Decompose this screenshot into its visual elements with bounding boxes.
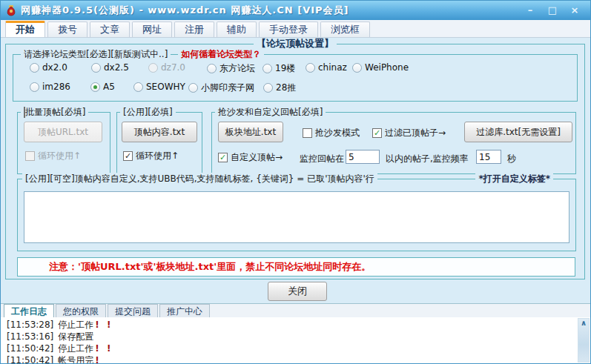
close-button[interactable]: 关闭 [268, 282, 327, 301]
batch-top-legend: 批量顶帖[必填] [21, 106, 88, 118]
filter-topped-checkbox[interactable]: 过滤已顶帖子→ [372, 127, 446, 139]
radio-chinaz[interactable]: chinaz [306, 62, 347, 73]
log-time: [11:53:28] [7, 320, 53, 330]
radio-dongfang[interactable]: 东方论坛 [207, 62, 255, 75]
tab-register[interactable]: 注册 [174, 21, 214, 37]
tab-submit-issue[interactable]: 提交问题 [108, 304, 158, 317]
main-tab-bar: 开始 拨号 文章 网址 注册 辅助 手动登录 浏览框 [1, 20, 590, 38]
log-line: [11:50:42]停止工作! ! [1, 343, 590, 354]
common-loop-checkbox[interactable]: 循环使用↑ [123, 150, 179, 162]
log-marks: ! [95, 355, 101, 363]
radio-dx20[interactable]: dx2.0 [30, 62, 67, 73]
radio-dx25[interactable]: dx2.5 [91, 62, 129, 73]
tab-urls[interactable]: 网址 [132, 21, 172, 37]
radio-circle-icon [30, 63, 39, 73]
common-legend: [公用][必填] [120, 106, 176, 118]
monitor-count-input[interactable] [346, 150, 380, 164]
log-text: 帐号用完 [58, 355, 93, 363]
tab-start[interactable]: 开始 [5, 21, 45, 37]
checkbox-unchecked-icon [303, 128, 312, 138]
log-time: [11:50:42] [7, 343, 53, 354]
checkbox-green-check-icon [218, 153, 228, 162]
log-scrollbar[interactable]: ∧ [578, 318, 590, 363]
close-icon[interactable]: × [567, 4, 583, 16]
sofa-legend: 抢沙发和自定义回帖[必填] [215, 106, 326, 118]
main-panel: 【论坛顶帖设置】 请选择论坛类型[必选][新版测试中..]如何循着论坛类型？ d… [1, 38, 590, 303]
window-title: 网赚神器0.9.5(公测版) - www.wzdr.cn 网赚达人.CN [VI… [21, 4, 522, 17]
tab-article[interactable]: 文章 [90, 21, 130, 37]
radio-circle-icon [91, 63, 101, 73]
radio-selected-icon [90, 82, 100, 92]
log-marks: ! ! [95, 343, 113, 354]
frequency-unit-label: 秒 [507, 153, 516, 165]
common-group: [公用][必填] 顶帖内容.txt 循环使用↑ [116, 112, 202, 174]
radio-circle-icon [352, 63, 362, 73]
log-lines: [11:53:28]停止工作! ! [11:53:16]保存配置 [11:50:… [1, 317, 590, 363]
sofa-mode-checkbox[interactable]: 抢沙发模式 [303, 127, 360, 139]
top-url-txt-button[interactable]: 顶帖URL.txt [24, 122, 102, 142]
log-text: 停止工作 [58, 320, 93, 330]
window-controls: – □ × [522, 4, 583, 16]
custom-top-checkbox[interactable]: 自定义顶帖→ [218, 151, 283, 164]
board-url-txt-button[interactable]: 板块地址.txt [218, 122, 283, 142]
radio-circle-icon [148, 63, 158, 73]
log-marks: ! ! [95, 320, 113, 330]
tab-your-permissions[interactable]: 您的权限 [56, 304, 106, 317]
monitor-frequency-input[interactable] [476, 150, 501, 164]
tab-promotion-center[interactable]: 推广中心 [159, 304, 210, 317]
radio-28tui[interactable]: 28推 [263, 82, 296, 94]
checkbox-green-check-icon [372, 128, 382, 138]
radio-circle-icon [263, 83, 273, 93]
radio-circle-icon [306, 63, 315, 73]
custom-content-legend: [公用][可空]顶帖内容自定义,支持UBB代码,支持随机标签, {关键词} = … [22, 173, 377, 185]
money-bag-icon [5, 4, 17, 16]
radio-seowhy[interactable]: SEOWHY [133, 82, 185, 92]
forum-type-legend: 请选择论坛类型[必选][新版测试中..]如何循着论坛类型？ [21, 48, 264, 60]
batch-top-group: 批量顶帖[必填] 顶帖URL.txt 循环使用↑ [17, 112, 110, 174]
work-log-panel: [11:53:28]停止工作! ! [11:53:16]保存配置 [11:50:… [1, 317, 590, 363]
scroll-up-icon[interactable]: ∧ [578, 319, 589, 328]
minimize-icon[interactable]: – [522, 4, 538, 16]
log-line: [11:50:42]帐号用完! [1, 354, 590, 363]
log-line: [11:53:28]停止工作! ! [1, 319, 590, 331]
radio-circle-icon [30, 82, 39, 92]
title-bar: 网赚神器0.9.5(公测版) - www.wzdr.cn 网赚达人.CN [VI… [1, 1, 590, 20]
log-line: [11:53:16]保存配置 [1, 331, 590, 343]
monitor-prefix-label: 监控回帖在 [300, 153, 344, 165]
log-text: 停止工作 [58, 343, 93, 354]
radio-im286[interactable]: im286 [30, 82, 70, 92]
warning-note: 注意：'顶帖URL.txt'或'板块地址.txt'里面，禁止不同论坛地址同时存在… [17, 257, 575, 277]
group-title: 【论坛顶帖设置】 [254, 38, 337, 50]
legend-divider [171, 54, 178, 55]
tab-dial[interactable]: 拨号 [47, 21, 88, 37]
top-content-txt-button[interactable]: 顶帖内容.txt [122, 122, 197, 142]
radio-circle-icon [133, 82, 143, 92]
custom-content-textarea[interactable] [24, 191, 569, 243]
checkbox-unchecked-icon [25, 151, 35, 161]
tab-manual-login[interactable]: 手动登录 [259, 21, 318, 37]
log-time: [11:53:16] [7, 331, 53, 342]
log-time: [11:50:42] [7, 355, 53, 363]
forum-type-group: 请选择论坛类型[必选][新版测试中..]如何循着论坛类型？ dx2.0 dx2.… [13, 54, 578, 102]
checkbox-checked-icon [123, 151, 133, 161]
open-custom-tags-link[interactable]: *打开自定义标签* [475, 173, 553, 185]
batch-loop-checkbox[interactable]: 循环使用↑ [25, 150, 81, 162]
radio-weiphone[interactable]: WeiPhone [352, 62, 409, 73]
app-window: 网赚神器0.9.5(公测版) - www.wzdr.cn 网赚达人.CN [VI… [0, 0, 591, 364]
tab-browser-frame[interactable]: 浏览框 [320, 21, 370, 37]
radio-dz70: dz7.0 [148, 62, 185, 73]
radio-circle-icon [263, 64, 272, 73]
how-to-choose-link[interactable]: 如何循着论坛类型？ [181, 49, 261, 59]
tab-work-log[interactable]: 工作日志 [4, 304, 54, 317]
tab-assist[interactable]: 辅助 [217, 21, 257, 37]
radio-19lou[interactable]: 19楼 [263, 62, 295, 75]
sofa-custom-reply-group: 抢沙发和自定义回帖[必填] 板块地址.txt 抢沙发模式 过滤已顶帖子→ 过滤库… [211, 112, 576, 174]
monitor-suffix-label: 以内的帖子,监控频率 [386, 153, 469, 165]
radio-a5[interactable]: A5 [90, 82, 115, 92]
radio-xiaojiaoyin[interactable]: 小脚印亲子网 [188, 82, 254, 94]
forum-type-legend-text: 请选择论坛类型[必选][新版测试中..] [24, 49, 168, 59]
filter-lib-txt-button[interactable]: 过滤库.txt[无需设置] [464, 122, 572, 142]
log-text: 保存配置 [58, 331, 93, 342]
maximize-icon[interactable]: □ [544, 4, 561, 16]
bottom-tab-bar: 工作日志 您的权限 提交问题 推广中心 [1, 303, 590, 317]
